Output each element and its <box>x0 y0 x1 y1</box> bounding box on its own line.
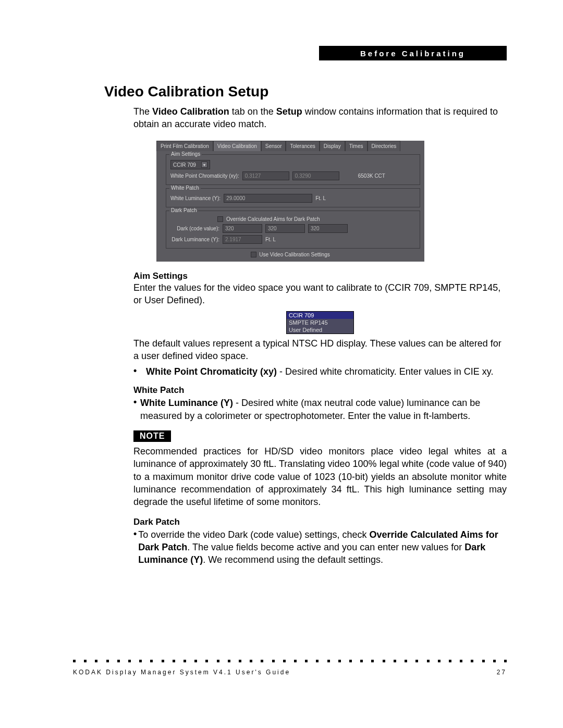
footer-title: KODAK Display Manager System V4.1 User's… <box>73 669 290 676</box>
video-calibration-panel: Print Film Calibration Video Calibration… <box>156 141 424 262</box>
tab-display[interactable]: Display <box>320 141 345 151</box>
paragraph: Enter the values for the video space you… <box>133 281 507 307</box>
page-title: Video Calibration Setup <box>104 83 268 100</box>
text: tab on the <box>229 106 276 117</box>
text: White Luminance (Y) <box>140 398 233 408</box>
group-legend: Aim Settings <box>169 151 202 157</box>
bullet-text: White Luminance (Y) - Desired white (max… <box>140 397 507 422</box>
text: - Desired white chromaticity. Enter valu… <box>277 366 493 377</box>
text: The <box>133 106 152 117</box>
dropdown-option: User Defined <box>287 326 353 334</box>
tabs-row: Print Film Calibration Video Calibration… <box>156 141 424 151</box>
dropdown-option-selected: CCIR 709 <box>287 312 353 319</box>
dark-luminance-input[interactable]: 2.1917 <box>223 235 262 244</box>
use-video-calibration-label: Use Video Calibration Settings <box>259 252 329 257</box>
cct-readout: 6503K CCT <box>358 173 385 179</box>
dark-code-input-2[interactable]: 320 <box>265 224 305 233</box>
text: . We recommend using the default setting… <box>203 554 383 565</box>
dark-code-input-1[interactable]: 320 <box>223 224 262 233</box>
bullet-icon: • <box>133 365 146 378</box>
text: To override the video Dark (code value) … <box>138 529 369 540</box>
group-legend: White Patch <box>169 185 201 191</box>
tab-print-film-calibration[interactable]: Print Film Calibration <box>156 141 213 151</box>
page-footer: KODAK Display Manager System V4.1 User's… <box>73 669 507 676</box>
bullet-text: To override the video Dark (code value) … <box>138 528 507 566</box>
tab-sensor[interactable]: Sensor <box>261 141 286 151</box>
override-aims-checkbox[interactable] <box>217 216 223 222</box>
dropdown-example: CCIR 709 SMPTE RP145 User Defined <box>286 311 354 334</box>
white-luminance-label: White Luminance (Y): <box>170 195 221 201</box>
chevron-down-icon[interactable]: ▼ <box>201 162 207 168</box>
dark-patch-group: Dark Patch Override Calculated Aims for … <box>166 211 420 249</box>
page-number: 27 <box>497 669 507 676</box>
white-point-y-input[interactable]: 0.3290 <box>292 171 339 180</box>
override-aims-label: Override Calculated Aims for Dark Patch <box>226 216 320 222</box>
chapter-header: Before Calibrating <box>319 46 507 60</box>
dark-luminance-label: Dark Luminance (Y): <box>170 237 219 242</box>
separator-dots <box>73 660 507 662</box>
text: White Point Chromaticity (xy) <box>146 366 277 377</box>
text: Setup <box>276 106 302 117</box>
dark-code-label: Dark (code value): <box>170 226 219 231</box>
white-point-label: White Point Chromaticity (xy): <box>170 173 239 179</box>
bullet-icon: • <box>133 528 138 566</box>
section-heading: Aim Settings <box>133 271 507 281</box>
select-value: CCIR 709 <box>173 162 196 168</box>
unit-label: Ft. L <box>315 195 326 201</box>
section-heading: Dark Patch <box>133 517 507 527</box>
text: Video Calibration <box>152 106 229 117</box>
bullet-icon: • <box>133 397 140 422</box>
unit-label: Ft. L <box>265 237 276 242</box>
video-space-select[interactable]: CCIR 709 ▼ <box>170 160 210 169</box>
note-badge: NOTE <box>133 430 171 442</box>
aim-settings-group: Aim Settings CCIR 709 ▼ White Point Chro… <box>166 154 420 185</box>
white-point-x-input[interactable]: 0.3127 <box>242 171 289 180</box>
bullet-text: White Point Chromaticity (xy) - Desired … <box>146 365 493 378</box>
use-video-calibration-checkbox[interactable] <box>251 252 256 257</box>
white-patch-group: White Patch White Luminance (Y): 29.0000… <box>166 188 420 207</box>
section-heading: White Patch <box>133 385 507 396</box>
aim-settings-section: Aim Settings Enter the values for the vi… <box>133 271 507 566</box>
text: . The value fields become active and you… <box>187 542 464 552</box>
use-settings-row: Use Video Calibration Settings <box>156 252 424 257</box>
dark-code-input-3[interactable]: 320 <box>308 224 348 233</box>
tab-video-calibration[interactable]: Video Calibration <box>213 141 261 151</box>
tab-tolerances[interactable]: Tolerances <box>286 141 319 151</box>
tab-directories[interactable]: Directories <box>368 141 401 151</box>
dropdown-option: SMPTE RP145 <box>287 319 353 326</box>
note-paragraph: Recommended practices for HD/SD video mo… <box>133 445 507 508</box>
paragraph: The default values represent a typical N… <box>133 337 507 363</box>
tab-times[interactable]: Times <box>345 141 368 151</box>
white-luminance-input[interactable]: 29.0000 <box>224 194 312 203</box>
group-legend: Dark Patch <box>169 207 198 213</box>
intro-paragraph: The Video Calibration tab on the Setup w… <box>133 105 507 131</box>
